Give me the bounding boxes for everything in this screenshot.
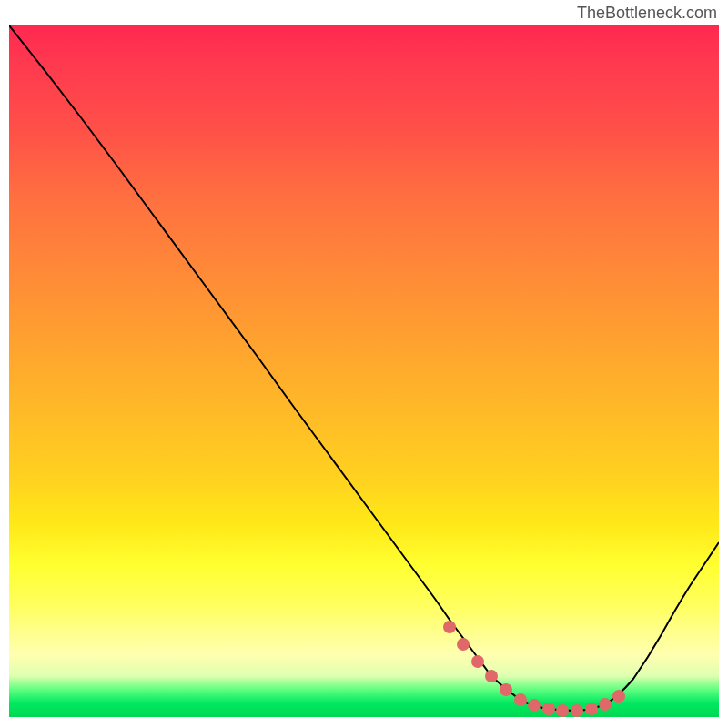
svg-point-1 [457,638,470,651]
svg-point-8 [556,704,569,717]
chart-container [9,25,719,717]
svg-point-9 [571,704,583,717]
bottleneck-curve [9,25,719,711]
svg-point-10 [585,703,598,715]
svg-point-0 [443,621,456,633]
svg-point-3 [485,670,498,682]
svg-point-5 [514,693,527,706]
svg-point-12 [612,690,625,703]
chart-svg [9,25,719,717]
svg-point-4 [500,683,512,696]
svg-point-11 [599,698,612,711]
watermark-text: TheBottleneck.com [577,4,717,23]
svg-point-6 [528,699,541,712]
optimal-zone-markers [443,621,625,717]
svg-point-2 [471,655,484,668]
svg-point-7 [542,703,555,715]
